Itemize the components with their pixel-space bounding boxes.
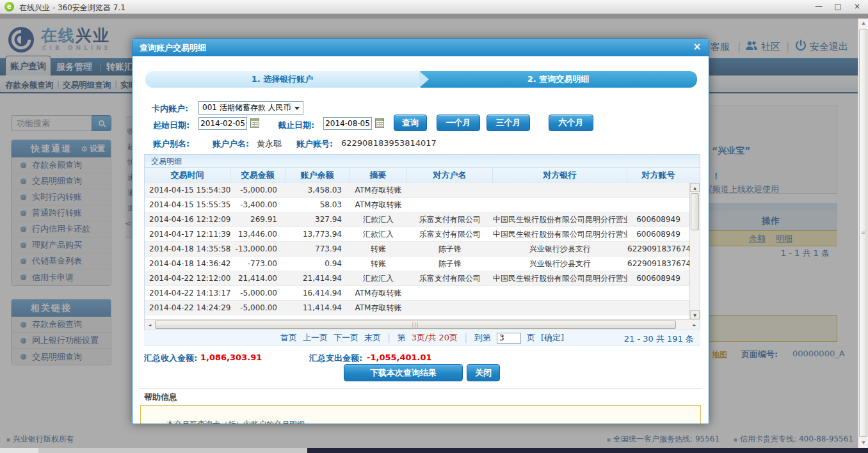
download-results-button[interactable]: 下载本次查询结果 — [344, 364, 463, 381]
start-date-label: 起始日期: — [153, 120, 189, 131]
section-divider — [139, 388, 702, 389]
taskbar-segment — [0, 448, 38, 453]
scroll-left-icon[interactable]: ◄ — [145, 321, 154, 329]
table-cell — [493, 301, 627, 315]
table-cell: 327.94 — [285, 212, 350, 226]
table-cell: ATM存取转账 — [350, 286, 407, 300]
goto-page-input[interactable] — [497, 333, 521, 344]
page-indicator-label: 第 — [398, 332, 406, 344]
table-row: 2014-04-15 15:54:30-5,000.003,458.03ATM存… — [145, 183, 689, 198]
step-query-details[interactable]: 2. 查询交易明细 — [419, 71, 697, 88]
table-cell: 2014-04-15 15:55:35 — [145, 198, 230, 212]
scrollbar-thumb[interactable]: ≡ — [859, 29, 867, 437]
table-cell — [407, 183, 493, 197]
minimize-button[interactable]: — — [809, 0, 828, 13]
table-cell: 2014-04-18 14:36:42 — [145, 257, 230, 271]
total-outcome-value: -1,055,401.01 — [367, 353, 432, 362]
one-month-button[interactable]: 一个月 — [437, 115, 480, 131]
scroll-up-icon[interactable]: ▲ — [690, 183, 700, 192]
table-cell: 2014-04-22 14:24:29 — [145, 301, 230, 315]
maximize-button[interactable]: □ — [828, 0, 848, 13]
end-date-label: 截止日期: — [278, 120, 314, 131]
table-cell: 62290918376741141 — [627, 242, 689, 256]
total-income-label: 汇总收入金额: — [144, 353, 197, 364]
table-cell: 汇款汇入 — [350, 271, 407, 285]
table-cell: -3,400.00 — [230, 198, 285, 212]
table-cell: 中国民生银行股份有限公司昆明分行营业部 — [493, 212, 627, 226]
table-cell: 773.94 — [285, 242, 350, 256]
table-cell: 乐富支付有限公司 — [407, 227, 493, 241]
table-cell — [627, 183, 689, 197]
calendar-icon[interactable] — [250, 118, 259, 128]
close-dialog-button[interactable]: 关闭 — [467, 364, 500, 381]
table-cell: 2014-04-15 15:54:30 — [145, 183, 230, 197]
column-header: 交易时间 — [145, 168, 230, 183]
table-cell — [407, 198, 493, 212]
browser-vertical-scrollbar[interactable]: ▲ ≡ ▼ — [858, 19, 868, 448]
table-cell: 汇款汇入 — [350, 212, 407, 226]
end-date-input[interactable] — [323, 117, 372, 130]
six-month-button[interactable]: 六个月 — [549, 115, 593, 131]
account-name-label: 账户户名: — [213, 138, 249, 150]
table-cell: 兴业银行沙县支行 — [493, 257, 627, 271]
first-page-link[interactable]: 首页 — [280, 332, 297, 344]
help-info-box: 一、本交易可查询卡（折）内账户的交易明细。 — [140, 405, 701, 424]
table-cell: -5,000.00 — [230, 301, 285, 315]
window-title: 在线兴业 - 360安全浏览器 7.1 — [19, 3, 125, 13]
scroll-right-icon[interactable]: ► — [690, 321, 699, 329]
start-date-input[interactable] — [198, 117, 247, 130]
goto-page-label: 到第 — [474, 332, 491, 344]
table-cell: 2014-04-18 14:35:58 — [145, 242, 230, 256]
dialog-close-icon[interactable]: × — [691, 41, 703, 52]
account-number-label: 账户账号: — [296, 138, 333, 150]
column-header: 账户余额 — [285, 168, 350, 183]
pagination-separator: │ — [387, 333, 392, 343]
browser-titlebar: e 在线兴业 - 360安全浏览器 7.1 — □ × — [0, 0, 868, 14]
table-cell: 2014-04-16 12:12:09 — [145, 212, 230, 226]
calendar-icon[interactable] — [375, 118, 384, 128]
scrollbar-thumb[interactable]: ||| — [155, 321, 676, 329]
table-row: 2014-04-22 14:13:17-5,000.0016,414.94ATM… — [145, 286, 689, 301]
query-button[interactable]: 查询 — [394, 115, 427, 131]
browser-360-icon: e — [4, 2, 14, 12]
next-page-link[interactable]: 下一页 — [334, 332, 358, 344]
table-row: 2014-04-22 14:24:29-5,000.0011,414.94ATM… — [145, 301, 689, 315]
account-name-value: 黄永聪 — [257, 138, 282, 150]
table-row: 2014-04-15 15:55:35-3,400.0058.03ATM存取转账 — [145, 198, 689, 212]
scroll-down-icon[interactable]: ▼ — [859, 438, 868, 448]
scrollbar-thumb[interactable] — [691, 193, 699, 230]
table-cell: 乐富支付有限公司 — [407, 212, 493, 226]
table-cell: 陈子锋 — [407, 242, 493, 256]
table-row: 2014-04-16 12:12:09269.91327.94汇款汇入乐富支付有… — [145, 212, 689, 227]
table-cell: 62290918376741141 — [627, 257, 689, 271]
table-vertical-scrollbar[interactable]: ▲ ▼ — [689, 183, 700, 319]
three-month-button[interactable]: 三个月 — [486, 115, 530, 131]
goto-confirm-button[interactable]: [确定] — [541, 332, 564, 344]
table-row: 2014-04-18 14:36:42-773.000.94转账陈子锋兴业银行沙… — [145, 257, 689, 271]
table-cell: 汇款汇入 — [350, 227, 407, 241]
table-cell: 11,414.94 — [285, 301, 350, 315]
table-row: 2014-04-22 12:12:0021,414.0021,414.94汇款汇… — [145, 271, 689, 286]
table-cell: ATM存取转账 — [350, 198, 407, 212]
table-cell: 269.91 — [230, 212, 285, 226]
card-account-select[interactable]: 001 活期储蓄存款 人民币 — [198, 101, 303, 115]
close-window-button[interactable]: × — [848, 0, 867, 13]
table-cell — [493, 198, 627, 212]
taskbar-segment — [307, 448, 868, 453]
table-cell: 600608949 — [627, 212, 689, 226]
table-cell — [627, 286, 689, 300]
step-select-account[interactable]: 1. 选择银行账户 — [145, 71, 419, 88]
column-header: 摘要 — [350, 168, 407, 183]
prev-page-link[interactable]: 上一页 — [303, 332, 328, 344]
scrollbar-grip-icon: ≡ — [860, 230, 867, 236]
help-section-title: 帮助信息 — [144, 392, 177, 403]
table-cell: 13,446.00 — [230, 227, 285, 241]
table-cell: 16,414.94 — [285, 286, 350, 300]
table-cell: 中国民生银行股份有限公司昆明分行营业部 — [493, 271, 627, 285]
table-horizontal-scrollbar[interactable]: ◄ ||| ► — [145, 319, 700, 330]
scroll-up-icon[interactable]: ▲ — [859, 19, 868, 28]
table-cell: 2014-04-22 14:13:17 — [145, 286, 230, 300]
page-indicator-value: 3页/共 20页 — [412, 332, 458, 344]
last-page-link[interactable]: 末页 — [364, 332, 381, 344]
scroll-down-icon[interactable]: ▼ — [690, 310, 700, 319]
